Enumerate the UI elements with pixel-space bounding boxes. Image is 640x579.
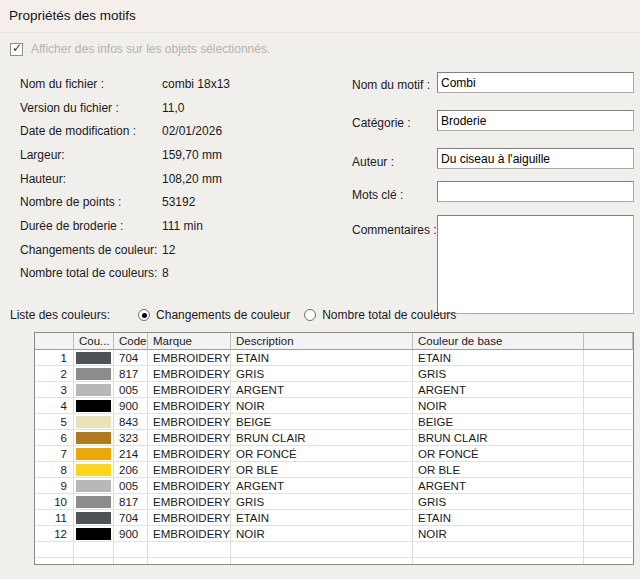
base-color-cell: GRIS	[413, 494, 584, 510]
comments-field[interactable]	[437, 215, 634, 314]
info-row-modified-date: Date de modification :02/01/2026	[20, 119, 340, 143]
header-brand[interactable]: Marque	[148, 333, 231, 350]
table-row[interactable]: 7214EMBROIDERYOR FONCÉOR FONCÉ	[35, 446, 633, 462]
info-label: Hauteur:	[20, 172, 160, 186]
show-info-checkbox[interactable]: ✓	[10, 43, 23, 56]
brand-cell: EMBROIDERY	[148, 366, 231, 382]
description-cell: BEIGE	[231, 414, 413, 430]
extra-cell	[584, 446, 633, 462]
table-row[interactable]: 2817EMBROIDERYGRISGRIS	[35, 366, 633, 382]
color-table-header: Cou... Code Marque Description Couleur d…	[35, 333, 633, 350]
base-color-cell	[413, 542, 584, 558]
table-row[interactable]: 12900EMBROIDERYNOIRNOIR	[35, 526, 633, 542]
row-number-cell: 3	[35, 382, 74, 398]
table-row[interactable]: 10817EMBROIDERYGRISGRIS	[35, 494, 633, 510]
info-row-file-version: Version du fichier :11,0	[20, 96, 340, 120]
table-row[interactable]: 1704EMBROIDERYETAINETAIN	[35, 350, 633, 366]
table-row[interactable]: 6323EMBROIDERYBRUN CLAIRBRUN CLAIR	[35, 430, 633, 446]
info-row-embroidery-time: Durée de broderie :111 min	[20, 214, 340, 238]
extra-cell	[584, 526, 633, 542]
row-number-cell: 8	[35, 462, 74, 478]
header-code[interactable]: Code	[114, 333, 148, 350]
description-cell: ARGENT	[231, 478, 413, 494]
brand-cell: EMBROIDERY	[148, 462, 231, 478]
info-value: 11,0	[162, 101, 184, 115]
radio-total-colors[interactable]	[304, 309, 316, 321]
info-value: 02/01/2026	[162, 124, 222, 138]
base-color-cell: OR BLE	[413, 462, 584, 478]
thread-color-swatch	[76, 448, 111, 460]
extra-cell	[584, 398, 633, 414]
code-cell	[114, 542, 148, 558]
color-swatch-cell	[74, 558, 114, 565]
color-swatch-cell	[74, 494, 114, 510]
info-value: 111 min	[162, 219, 203, 233]
header-color[interactable]: Cou...	[74, 333, 114, 350]
header-description[interactable]: Description	[231, 333, 413, 350]
description-cell: BRUN CLAIR	[231, 430, 413, 446]
code-cell: 005	[114, 478, 148, 494]
base-color-cell: GRIS	[413, 366, 584, 382]
code-cell	[114, 558, 148, 565]
row-number-cell	[35, 542, 74, 558]
description-cell: GRIS	[231, 494, 413, 510]
description-cell: GRIS	[231, 366, 413, 382]
thread-color-swatch	[76, 528, 111, 540]
table-row[interactable]: 5843EMBROIDERYBEIGEBEIGE	[35, 414, 633, 430]
color-swatch-cell	[74, 446, 114, 462]
table-row[interactable]: 9005EMBROIDERYARGENTARGENT	[35, 478, 633, 494]
dialog-title: Propriétés des motifs	[9, 0, 136, 32]
brand-cell: EMBROIDERY	[148, 478, 231, 494]
row-number-cell: 4	[35, 398, 74, 414]
color-swatch-cell	[74, 398, 114, 414]
brand-cell	[148, 558, 231, 565]
color-swatch-cell	[74, 478, 114, 494]
checkmark-icon: ✓	[12, 41, 22, 55]
info-label: Version du fichier :	[20, 101, 160, 115]
info-row-total-colors: Nombre total de couleurs:8	[20, 262, 340, 286]
table-row[interactable]: 4900EMBROIDERYNOIRNOIR	[35, 398, 633, 414]
row-number-cell: 10	[35, 494, 74, 510]
description-cell: OR BLE	[231, 462, 413, 478]
design-properties-dialog: Propriétés des motifs ✓ Afficher des inf…	[0, 0, 640, 579]
color-list-label: Liste des couleurs:	[10, 308, 110, 322]
keywords-field[interactable]	[437, 181, 634, 202]
header-row-number[interactable]	[35, 333, 74, 350]
extra-cell	[584, 542, 633, 558]
brand-cell: EMBROIDERY	[148, 398, 231, 414]
header-base-color[interactable]: Couleur de base	[413, 333, 584, 350]
info-row-width: Largeur:159,70 mm	[20, 143, 340, 167]
code-cell: 900	[114, 526, 148, 542]
description-cell: ARGENT	[231, 382, 413, 398]
brand-cell	[148, 542, 231, 558]
category-label: Catégorie :	[352, 116, 411, 130]
code-cell: 817	[114, 494, 148, 510]
category-field[interactable]	[437, 110, 634, 131]
color-swatch-cell	[74, 526, 114, 542]
info-row-height: Hauteur:108,20 mm	[20, 167, 340, 191]
table-row[interactable]: 11704EMBROIDERYETAINETAIN	[35, 510, 633, 526]
row-number-cell: 5	[35, 414, 74, 430]
design-info-panel: Nom du fichier :combi 18x13 Version du f…	[20, 72, 340, 285]
color-swatch-cell	[74, 350, 114, 366]
radio-color-changes-label: Changements de couleur	[156, 308, 290, 322]
table-row[interactable]: 3005EMBROIDERYARGENTARGENT	[35, 382, 633, 398]
table-row[interactable]: 8206EMBROIDERYOR BLEOR BLE	[35, 462, 633, 478]
header-extra[interactable]	[584, 333, 633, 350]
extra-cell	[584, 414, 633, 430]
radio-color-changes[interactable]	[138, 309, 150, 321]
row-number-cell: 2	[35, 366, 74, 382]
thread-color-swatch	[76, 384, 111, 396]
info-value: 12	[162, 243, 175, 257]
extra-cell	[584, 366, 633, 382]
info-row-color-changes: Changements de couleur:12	[20, 238, 340, 262]
base-color-cell: ARGENT	[413, 478, 584, 494]
brand-cell: EMBROIDERY	[148, 446, 231, 462]
show-info-checkbox-label: Afficher des infos sur les objets sélect…	[31, 42, 270, 56]
color-table: Cou... Code Marque Description Couleur d…	[34, 332, 634, 565]
author-field[interactable]	[437, 148, 634, 169]
color-swatch-cell	[74, 462, 114, 478]
code-cell: 206	[114, 462, 148, 478]
color-list-options: Liste des couleurs: Changements de coule…	[10, 308, 456, 322]
design-name-field[interactable]	[437, 72, 634, 93]
